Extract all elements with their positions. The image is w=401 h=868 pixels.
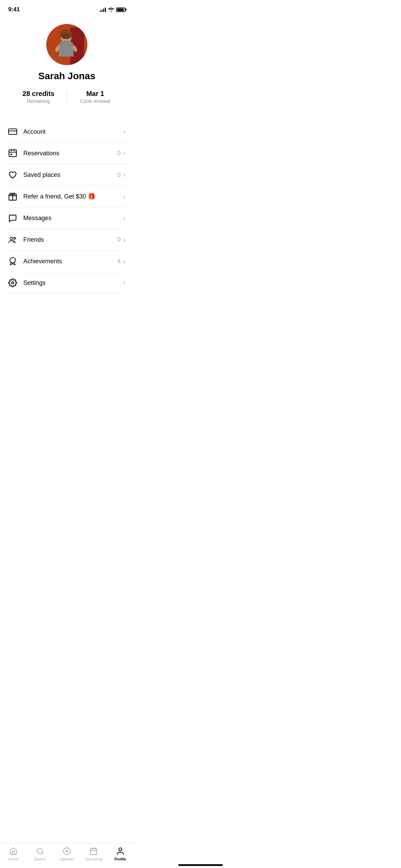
saved-places-badge: 0 bbox=[117, 171, 121, 179]
refer-label: Refer a friend, Get $30 🎁 bbox=[23, 193, 123, 200]
svg-point-17 bbox=[10, 257, 15, 263]
credits-section: 28 credits Remaining Mar 1 Cycle renewal bbox=[0, 90, 134, 104]
svg-rect-11 bbox=[11, 154, 12, 155]
menu-item-settings[interactable]: Settings › bbox=[8, 272, 125, 294]
chevron-right-icon: › bbox=[123, 215, 125, 222]
svg-point-15 bbox=[10, 237, 13, 240]
card-icon bbox=[8, 127, 23, 136]
credits-remaining: 28 credits Remaining bbox=[10, 90, 67, 104]
renewal-label: Cycle renewal bbox=[80, 98, 110, 104]
credits-value: 28 credits bbox=[23, 90, 54, 98]
status-time: 9:41 bbox=[8, 6, 20, 13]
profile-section: Sarah Jonas 28 credits Remaining Mar 1 C… bbox=[0, 17, 134, 121]
reservations-label: Reservations bbox=[23, 150, 117, 157]
svg-point-16 bbox=[14, 238, 16, 240]
messages-label: Messages bbox=[23, 215, 123, 222]
friends-label: Friends bbox=[23, 236, 117, 243]
user-name: Sarah Jonas bbox=[38, 71, 96, 82]
achievements-badge: 4 bbox=[117, 258, 121, 265]
menu-item-reservations[interactable]: Reservations 0 › bbox=[8, 143, 125, 164]
message-icon bbox=[8, 214, 23, 222]
heart-icon bbox=[8, 170, 23, 179]
battery-icon bbox=[116, 8, 125, 12]
chevron-right-icon: › bbox=[123, 236, 125, 243]
menu-item-achievements[interactable]: Achievements 4 › bbox=[8, 251, 125, 272]
menu-item-refer[interactable]: Refer a friend, Get $30 🎁 › bbox=[8, 186, 125, 207]
status-icons bbox=[100, 7, 125, 12]
svg-rect-5 bbox=[9, 129, 17, 134]
achievement-icon bbox=[8, 257, 23, 266]
svg-rect-7 bbox=[9, 150, 16, 157]
wifi-icon bbox=[108, 7, 114, 12]
menu-list: Account › Reservations 0 › bbox=[0, 121, 134, 294]
renewal-value: Mar 1 bbox=[86, 90, 104, 98]
achievements-label: Achievements bbox=[23, 258, 117, 265]
chevron-right-icon: › bbox=[123, 171, 125, 179]
credits-label: Remaining bbox=[27, 98, 50, 104]
menu-item-saved-places[interactable]: Saved places 0 › bbox=[8, 164, 125, 186]
avatar[interactable] bbox=[46, 24, 87, 65]
cycle-renewal: Mar 1 Cycle renewal bbox=[67, 90, 124, 104]
saved-places-label: Saved places bbox=[23, 171, 117, 179]
signal-icon bbox=[100, 7, 106, 12]
friends-badge: 0 bbox=[117, 236, 121, 243]
chevron-right-icon: › bbox=[123, 150, 125, 157]
status-bar: 9:41 bbox=[0, 0, 134, 17]
chevron-right-icon: › bbox=[123, 128, 125, 135]
settings-label: Settings bbox=[23, 279, 123, 287]
menu-item-friends[interactable]: Friends 0 › bbox=[8, 229, 125, 251]
friends-icon bbox=[8, 235, 23, 244]
chevron-right-icon: › bbox=[123, 193, 125, 200]
calendar-icon bbox=[8, 149, 23, 158]
chevron-right-icon: › bbox=[123, 279, 125, 287]
menu-item-account[interactable]: Account › bbox=[8, 121, 125, 143]
account-label: Account bbox=[23, 128, 123, 135]
gift-icon bbox=[8, 192, 23, 201]
reservations-badge: 0 bbox=[117, 150, 121, 157]
menu-item-messages[interactable]: Messages › bbox=[8, 207, 125, 229]
settings-icon bbox=[8, 278, 23, 287]
svg-point-18 bbox=[12, 282, 14, 284]
chevron-right-icon: › bbox=[123, 258, 125, 265]
